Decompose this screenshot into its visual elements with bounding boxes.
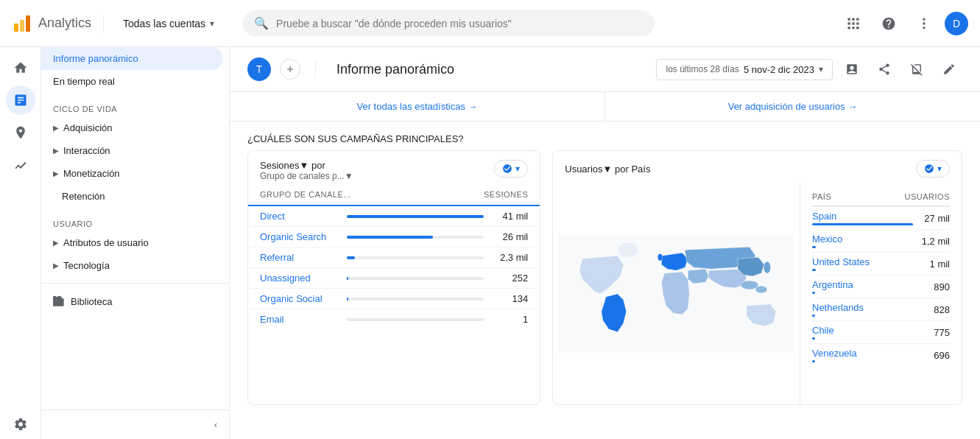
header-divider <box>315 60 316 78</box>
country-value: 775 <box>913 327 950 338</box>
row-label[interactable]: Unassigned <box>260 273 341 284</box>
cards-row: Sesiones▼ por Grupo de canales p...▼ ▾ G… <box>230 150 980 417</box>
user-avatar[interactable]: D <box>945 12 968 35</box>
chevron-right-icon-5: ▶ <box>53 261 59 270</box>
row-label[interactable]: Email <box>260 314 341 325</box>
world-map-area <box>553 183 800 404</box>
country-table-body: Spain 27 mil Mexico 1,2 mil United State… <box>812 207 950 366</box>
account-selector-label: Todas las cuentas <box>123 18 205 29</box>
svg-rect-9 <box>848 27 850 29</box>
country-name[interactable]: Spain <box>812 211 913 222</box>
edit-icon-button[interactable] <box>936 56 962 82</box>
table-row: Organic Social 134 <box>248 289 540 309</box>
row-value: 134 <box>484 293 528 304</box>
more-options-icon-button[interactable] <box>909 9 939 38</box>
nav-item-panoramic[interactable]: Informe panorámico <box>41 47 223 70</box>
search-icon: 🔍 <box>254 16 269 30</box>
sidebar-item-advertising[interactable] <box>6 150 35 180</box>
chevron-right-icon-2: ▶ <box>53 147 59 155</box>
sessions-channel-card: Sesiones▼ por Grupo de canales p...▼ ▾ G… <box>247 150 540 405</box>
country-bar <box>812 292 815 294</box>
add-property-button[interactable] <box>280 59 300 80</box>
country-table-row: Mexico 1,2 mil <box>812 230 950 253</box>
nav-item-realtime[interactable]: En tiempo real <box>41 70 223 93</box>
country-name[interactable]: Chile <box>812 325 913 336</box>
sessions-col-headers: GRUPO DE CANALE... SESIONES <box>248 187 540 206</box>
nav-group-user-attributes[interactable]: ▶ Atributos de usuario <box>41 231 223 254</box>
row-bar <box>347 256 355 259</box>
sidebar-item-home[interactable] <box>6 53 35 82</box>
country-name[interactable]: Mexico <box>812 233 913 245</box>
date-label: los últimos 28 días <box>666 64 738 74</box>
row-label[interactable]: Organic Search <box>260 231 341 242</box>
svg-rect-4 <box>852 18 854 20</box>
chevron-right-icon-4: ▶ <box>53 239 59 247</box>
country-name[interactable]: Argentina <box>812 279 913 290</box>
help-icon-button[interactable] <box>874 9 903 38</box>
row-label[interactable]: Referral <box>260 252 341 263</box>
campaigns-section-title: ¿CUÁLES SON SUS CAMPAÑAS PRINCIPALES? <box>230 122 980 150</box>
svg-point-14 <box>923 27 925 29</box>
sessions-filter-button[interactable]: ▾ <box>494 160 528 178</box>
nav-item-retention[interactable]: Retención <box>41 185 223 208</box>
country-name[interactable]: United States <box>812 256 913 267</box>
sessions-metric-label: Sesiones▼ por <box>260 160 353 171</box>
collapse-area: ‹ <box>41 410 229 439</box>
chevron-down-icon: ▾ <box>210 18 214 29</box>
table-row: Referral 2,3 mil <box>248 247 540 268</box>
search-input[interactable] <box>276 18 643 29</box>
library-label: Biblioteca <box>71 296 112 307</box>
nav-group-monetization[interactable]: ▶ Monetización <box>41 162 223 185</box>
sessions-card-header: Sesiones▼ por Grupo de canales p...▼ ▾ <box>248 151 540 187</box>
svg-point-18 <box>618 242 638 257</box>
page-title: Informe panorámico <box>336 62 454 77</box>
row-bar <box>347 236 433 239</box>
all-stats-link[interactable]: Ver todas las estadísticas → <box>356 101 477 112</box>
collapse-button[interactable]: ‹ <box>208 416 223 433</box>
users-col-header: USUARIOS <box>905 192 950 201</box>
nav-group-interaction[interactable]: ▶ Interacción <box>41 139 223 162</box>
row-bar-container: Email <box>260 314 484 325</box>
date-range-selector[interactable]: los últimos 28 días 5 nov-2 dic 2023 ▾ <box>656 59 833 80</box>
user-acquisition-link[interactable]: Ver adquisición de usuarios → <box>728 101 858 112</box>
svg-rect-0 <box>14 24 18 32</box>
country-col-headers: PAÍS USUARIOS <box>812 192 950 207</box>
svg-rect-1 <box>20 20 24 32</box>
table-row: Unassigned 252 <box>248 268 540 289</box>
apps-icon-button[interactable] <box>839 9 868 38</box>
country-bar <box>812 269 816 271</box>
country-table-row: United States 1 mil <box>812 253 950 275</box>
row-value: 26 mil <box>484 231 528 242</box>
row-label[interactable]: Organic Social <box>260 293 341 304</box>
sidebar-item-reports[interactable] <box>6 85 35 115</box>
country-bar-row: Chile <box>812 325 913 340</box>
country-bar-row: Venezuela <box>812 348 913 362</box>
row-bar <box>347 298 348 301</box>
row-bar-track <box>347 215 484 218</box>
lifecycle-section-label: Ciclo de vida <box>41 93 229 116</box>
map-metric-label: Usuarios▼ por País <box>565 164 650 175</box>
nav-group-technology[interactable]: ▶ Tecnología <box>41 254 223 277</box>
country-bar <box>812 246 816 248</box>
country-bar <box>812 315 815 317</box>
chart-icon-button[interactable] <box>839 56 865 82</box>
sessions-metric-info: Sesiones▼ por Grupo de canales p...▼ <box>260 160 353 181</box>
sessions-metric-sub: Grupo de canales p...▼ <box>260 171 353 181</box>
svg-point-17 <box>755 286 767 293</box>
share-icon-button[interactable] <box>871 56 898 82</box>
nav-item-library[interactable]: Biblioteca <box>41 289 229 313</box>
row-value: 2,3 mil <box>484 252 528 263</box>
country-table-row: Argentina 890 <box>812 275 950 298</box>
account-selector[interactable]: Todas las cuentas ▾ <box>116 13 222 34</box>
sidebar-item-settings[interactable] <box>6 410 35 439</box>
search-bar[interactable]: 🔍 <box>242 10 655 36</box>
country-name[interactable]: Venezuela <box>812 348 913 359</box>
svg-rect-11 <box>856 27 859 29</box>
map-filter-button[interactable]: ▾ <box>916 160 950 178</box>
country-name[interactable]: Netherlands <box>812 302 913 313</box>
row-label[interactable]: Direct <box>260 211 341 222</box>
sidebar-item-explore[interactable] <box>6 118 35 147</box>
nav-group-acquisition[interactable]: ▶ Adquisición <box>41 116 223 139</box>
row-value: 41 mil <box>484 211 528 222</box>
customize-icon-button[interactable] <box>903 56 930 82</box>
